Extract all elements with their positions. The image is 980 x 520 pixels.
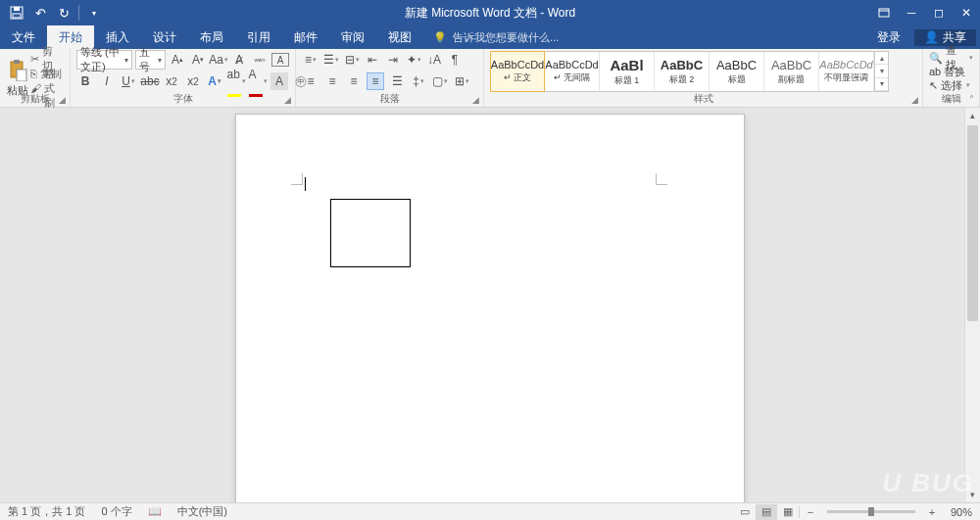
font-color-button[interactable]: A	[249, 72, 267, 90]
tab-review[interactable]: 审阅	[329, 25, 376, 49]
window-controls: ─ ◻ ✕	[870, 0, 980, 25]
scroll-down-button[interactable]: ▾	[965, 487, 980, 502]
tab-mailings[interactable]: 邮件	[282, 25, 329, 49]
redo-button[interactable]: ↻	[53, 2, 74, 24]
styles-scroll-up[interactable]: ▴	[875, 52, 888, 65]
paragraph-launcher[interactable]: ◢	[469, 94, 481, 106]
style-heading1[interactable]: AaBl标题 1	[600, 52, 655, 91]
style-normal[interactable]: AaBbCcDd↵ 正文	[490, 51, 545, 92]
group-label-paragraph: 段落	[296, 92, 483, 106]
scroll-thumb[interactable]	[967, 125, 978, 321]
font-launcher[interactable]: ◢	[281, 94, 293, 106]
minimize-button[interactable]: ─	[898, 0, 925, 25]
phonetic-guide-button[interactable]: wén	[251, 51, 269, 69]
status-proofing[interactable]: 📖	[140, 503, 170, 520]
borders-button[interactable]: ⊞	[453, 72, 470, 90]
align-right-button[interactable]: ≡	[345, 72, 363, 90]
clipboard-launcher[interactable]: ◢	[56, 94, 68, 106]
close-button[interactable]: ✕	[953, 0, 980, 25]
styles-scroll-down[interactable]: ▾	[875, 65, 888, 77]
zoom-out-button[interactable]: −	[800, 504, 821, 520]
margin-mark-tr	[656, 173, 667, 185]
window-title: 新建 Microsoft Word 文档 - Word	[405, 5, 575, 22]
person-icon: 👤	[924, 30, 939, 44]
tab-layout[interactable]: 布局	[188, 25, 235, 49]
svg-rect-1	[14, 7, 20, 11]
style-title[interactable]: AaBbC标题	[710, 52, 764, 91]
shading-button[interactable]: ▢	[431, 72, 449, 90]
style-heading2[interactable]: AaBbC标题 2	[655, 52, 710, 91]
group-styles: AaBbCcDd↵ 正文 AaBbCcDd↵ 无间隔 AaBl标题 1 AaBb…	[484, 49, 923, 107]
multilevel-list-button[interactable]: ⊟	[343, 51, 361, 69]
collapse-ribbon-button[interactable]: ˄	[964, 93, 978, 105]
replace-button[interactable]: ab替换	[929, 65, 973, 78]
group-clipboard: 粘贴 ✂剪切 ⎘复制 🖌格式刷 剪贴板 ◢	[0, 49, 71, 107]
status-words[interactable]: 0 个字	[93, 503, 139, 520]
page[interactable]	[235, 114, 745, 502]
ribbon: 粘贴 ✂剪切 ⎘复制 🖌格式刷 剪贴板 ◢ 等线 (中文正)▾ 五号▾ A▴ A…	[0, 49, 980, 108]
numbering-button[interactable]: ☰	[322, 51, 340, 69]
character-shading-button[interactable]: A	[270, 72, 288, 90]
sort-button[interactable]: ↓A	[425, 51, 443, 69]
align-center-button[interactable]: ≡	[323, 72, 341, 90]
styles-launcher[interactable]: ◢	[908, 94, 920, 106]
tell-me-search[interactable]: 💡 告诉我您想要做什么...	[423, 25, 867, 49]
increase-indent-button[interactable]: ⇥	[384, 51, 402, 69]
decrease-indent-button[interactable]: ⇤	[364, 51, 381, 69]
tab-references[interactable]: 引用	[235, 25, 282, 49]
bullets-button[interactable]: ≡	[302, 51, 319, 69]
style-subtitle[interactable]: AaBbC副标题	[764, 52, 819, 91]
distributed-button[interactable]: ☰	[388, 72, 406, 90]
document-area[interactable]	[0, 108, 980, 502]
find-button[interactable]: 🔍查找▾	[929, 51, 973, 65]
vertical-scrollbar[interactable]: ▴ ▾	[964, 108, 980, 502]
strikethrough-button[interactable]: abc	[141, 72, 159, 90]
underline-button[interactable]: U	[120, 72, 137, 90]
select-button[interactable]: ↖选择▾	[929, 78, 973, 92]
font-name-combo[interactable]: 等线 (中文正)▾	[76, 50, 132, 70]
line-spacing-button[interactable]: ‡	[410, 72, 427, 90]
zoom-in-button[interactable]: +	[921, 504, 943, 520]
style-no-spacing[interactable]: AaBbCcDd↵ 无间隔	[545, 52, 600, 91]
view-web-button[interactable]: ▦	[777, 504, 799, 520]
change-case-button[interactable]: Aa	[210, 51, 227, 69]
highlight-button[interactable]: ab	[227, 72, 245, 90]
ribbon-options-button[interactable]	[870, 0, 898, 25]
asian-layout-button[interactable]: ✦	[405, 51, 422, 69]
font-size-combo[interactable]: 五号▾	[135, 50, 166, 70]
styles-expand[interactable]: ▾	[875, 78, 888, 91]
superscript-button[interactable]: x2	[184, 72, 202, 90]
style-subtle-emphasis[interactable]: AaBbCcDd不明显强调	[819, 52, 874, 91]
justify-button[interactable]: ≡	[367, 72, 384, 90]
undo-button[interactable]: ↶	[29, 2, 51, 24]
italic-button[interactable]: I	[98, 72, 116, 90]
tab-view[interactable]: 视图	[376, 25, 423, 49]
cut-button[interactable]: ✂剪切	[30, 52, 64, 66]
scroll-up-button[interactable]: ▴	[965, 108, 980, 123]
status-page[interactable]: 第 1 页，共 1 页	[0, 503, 93, 520]
tab-file[interactable]: 文件	[0, 25, 47, 49]
login-button[interactable]: 登录	[867, 29, 910, 46]
clear-format-button[interactable]: A̷	[230, 51, 248, 69]
svg-rect-3	[879, 9, 889, 17]
svg-rect-6	[14, 60, 20, 64]
lightbulb-icon: 💡	[433, 31, 447, 44]
view-print-button[interactable]: ▤	[756, 504, 777, 520]
show-marks-button[interactable]: ¶	[446, 51, 464, 69]
view-read-button[interactable]: ▭	[734, 504, 756, 520]
character-border-button[interactable]: A	[271, 53, 289, 67]
grow-font-button[interactable]: A▴	[169, 51, 186, 69]
text-effects-button[interactable]: A	[206, 72, 223, 90]
qat-customize-button[interactable]: ▾	[83, 2, 105, 24]
styles-gallery: AaBbCcDd↵ 正文 AaBbCcDd↵ 无间隔 AaBl标题 1 AaBb…	[490, 51, 889, 92]
save-button[interactable]	[6, 2, 27, 24]
bold-button[interactable]: B	[76, 72, 94, 90]
rectangle-shape[interactable]	[330, 199, 411, 267]
zoom-slider[interactable]	[827, 510, 915, 513]
align-left-button[interactable]: ≡	[302, 72, 319, 90]
subscript-button[interactable]: x2	[163, 72, 180, 90]
maximize-button[interactable]: ◻	[925, 0, 953, 25]
zoom-level[interactable]: 90%	[943, 503, 980, 520]
status-language[interactable]: 中文(中国)	[170, 503, 235, 520]
shrink-font-button[interactable]: A▾	[189, 51, 207, 69]
